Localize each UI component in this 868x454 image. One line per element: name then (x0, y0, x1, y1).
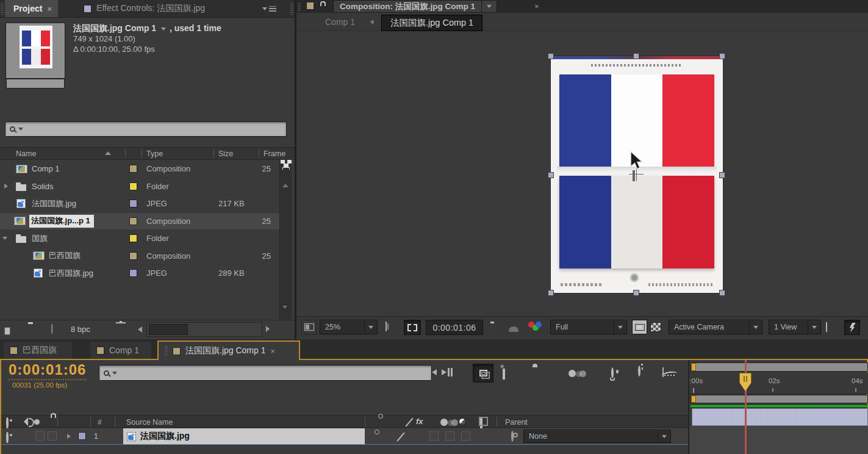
layer-label-swatch[interactable] (78, 432, 86, 440)
layer-adjustment-switch[interactable] (461, 431, 470, 441)
timeline-search-input[interactable] (99, 365, 432, 381)
project-row-guoqi-folder[interactable]: 国旗 Folder (0, 230, 279, 248)
timeline-tab-france-active[interactable]: 法国国旗.jpg Comp 1 × (157, 340, 300, 360)
layer-duration-bar[interactable] (692, 408, 868, 426)
project-bit-depth[interactable]: 8 bpc (71, 325, 90, 334)
tab-project-close-icon[interactable]: × (47, 4, 52, 13)
footage-title[interactable]: 法国国旗.jpg Comp 1 (73, 23, 156, 33)
new-composition-icon[interactable] (51, 324, 52, 334)
label-color-swatch[interactable] (129, 252, 137, 260)
selection-handle[interactable] (548, 290, 554, 296)
tab-composition-close-icon[interactable]: × (534, 2, 539, 11)
parent-select[interactable]: None (523, 430, 671, 443)
breadcrumb-parent[interactable]: Comp 1 (325, 17, 355, 27)
project-row-solids[interactable]: Solids Folder (0, 178, 279, 196)
timeline-tab-comp1[interactable]: Comp 1 (90, 342, 151, 359)
label-color-swatch[interactable] (129, 234, 137, 242)
region-of-interest-icon[interactable] (404, 320, 421, 335)
timeline-button-icon[interactable] (826, 322, 827, 332)
scroll-left-icon[interactable] (138, 326, 142, 333)
layer-frame-blend-switch[interactable] (429, 431, 439, 441)
layer-visibility-icon[interactable] (6, 432, 9, 443)
project-scrollbar[interactable] (279, 160, 292, 319)
twirl-down-icon[interactable] (2, 237, 7, 240)
selection-handle[interactable] (548, 53, 554, 59)
draft-3d-icon[interactable] (503, 369, 505, 380)
tab-close-icon[interactable]: × (270, 347, 275, 356)
panel-grip[interactable] (290, 3, 293, 15)
viewer-menu-icon[interactable] (482, 5, 497, 8)
graph-editor-icon[interactable] (662, 367, 664, 377)
tab-composition[interactable]: Composition: 法国国旗.jpg Comp 1 (333, 0, 497, 13)
label-color-swatch[interactable] (129, 217, 137, 225)
parent-pickwhip-icon[interactable] (511, 431, 514, 442)
project-row-comp1[interactable]: Comp 1 Composition 25 (0, 160, 279, 178)
selection-handle[interactable] (548, 172, 554, 178)
project-row-brazil-comp[interactable]: 巴西国旗 Composition 25 (0, 248, 279, 265)
panel-grip[interactable] (298, 2, 301, 11)
selection-handle[interactable] (719, 172, 725, 178)
search-options-icon[interactable] (112, 372, 117, 375)
label-color-swatch[interactable] (129, 182, 137, 190)
sort-ascending-icon[interactable] (105, 151, 111, 155)
live-update-icon[interactable] (473, 364, 493, 383)
scroll-down-icon[interactable] (282, 306, 287, 309)
project-search-input[interactable] (5, 121, 287, 137)
scroll-up-icon[interactable] (282, 184, 289, 187)
label-color-swatch[interactable] (129, 165, 137, 173)
composition-viewer[interactable] (296, 31, 868, 316)
breadcrumb-current[interactable]: 法国国旗.jpg Comp 1 (381, 15, 482, 31)
solo-toggle[interactable] (48, 431, 57, 441)
audio-toggle[interactable] (35, 431, 45, 441)
always-preview-icon[interactable] (301, 320, 317, 334)
tab-project[interactable]: Project × (5, 0, 58, 17)
scroll-right-icon[interactable] (266, 326, 270, 332)
work-area-start-handle[interactable] (691, 395, 696, 403)
column-number[interactable]: # (98, 418, 102, 427)
timeline-tab-brazil[interactable]: 巴西国旗 (4, 342, 72, 359)
label-color-swatch[interactable] (129, 200, 137, 207)
comp-timecode[interactable]: 0:00:01:06 (426, 320, 483, 335)
column-source-name[interactable]: Source Name (126, 418, 173, 427)
selection-handle[interactable] (633, 290, 639, 296)
time-ruler[interactable]: 0:00s 02s 04s (689, 372, 868, 394)
resolution-select[interactable]: Full (550, 320, 627, 334)
scrollbar-thumb[interactable] (149, 324, 188, 335)
label-color-swatch[interactable] (129, 269, 137, 277)
horizontal-scrollbar[interactable] (146, 322, 262, 337)
panel-grip[interactable] (165, 346, 168, 356)
project-row-brazil-jpg[interactable]: 巴西国旗.jpg JPEG 289 KB (0, 265, 279, 283)
project-row-france-jpg[interactable]: 法国国旗.jpg JPEG 217 KB (0, 195, 279, 213)
column-type[interactable]: Type (146, 150, 163, 158)
panel-grip[interactable] (1, 3, 4, 15)
search-options-icon[interactable] (18, 128, 23, 131)
grid-guides-icon[interactable] (386, 322, 387, 331)
tab-effect-controls[interactable]: Effect Controls: 法国国旗.jpg (76, 0, 212, 17)
column-size[interactable]: Size (218, 150, 233, 158)
selection-handle[interactable] (633, 53, 639, 59)
target-region-icon[interactable] (632, 320, 647, 334)
time-navigator-bar[interactable] (690, 362, 868, 372)
auto-keyframe-icon[interactable] (638, 366, 640, 377)
transparency-grid-icon[interactable] (650, 322, 661, 332)
camera-select[interactable]: Active Camera (669, 320, 762, 334)
view-layout-select[interactable]: 1 View (769, 320, 821, 334)
column-parent[interactable]: Parent (505, 418, 528, 427)
panel-menu-icon[interactable] (262, 6, 276, 12)
anchor-point-icon[interactable] (633, 170, 635, 181)
timeline-timecode[interactable]: 0:00:01:06 00031 (25.00 fps) (9, 361, 86, 389)
timeline-track-area[interactable]: 0:00s 02s 04s (689, 360, 868, 454)
twirl-right-icon[interactable] (4, 184, 8, 189)
layer-motion-blur-switch[interactable] (445, 431, 454, 441)
brainstorm-icon[interactable] (611, 367, 614, 378)
layer-twirl-icon[interactable] (67, 434, 71, 439)
selection-handle[interactable] (719, 290, 725, 296)
fast-previews-icon[interactable] (844, 320, 860, 335)
magnification-select[interactable]: 25% (320, 320, 378, 334)
chevron-down-icon[interactable] (161, 27, 166, 31)
selection-handle[interactable] (719, 53, 725, 59)
flag-image-layer[interactable] (551, 56, 723, 293)
work-area-bar[interactable] (690, 395, 868, 403)
project-row-france-comp-selected[interactable]: 法国国旗.jp...p 1 Composition 25 (0, 213, 279, 231)
navigator-start-handle[interactable] (691, 363, 696, 371)
